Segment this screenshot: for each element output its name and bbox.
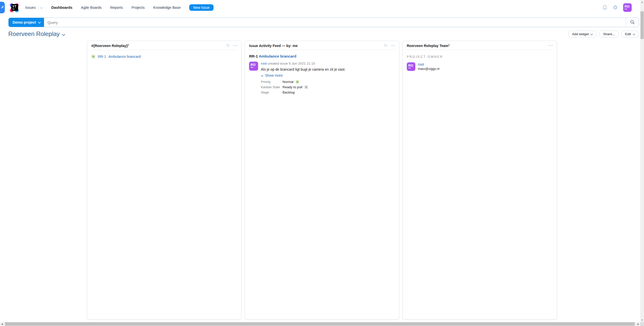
widget-counter-sup: 1 <box>448 43 450 46</box>
avatar-underscore <box>625 9 627 9</box>
scroll-right-arrow-icon[interactable]: ▶ <box>636 322 640 326</box>
share-button[interactable]: Share... <box>599 31 619 37</box>
vertical-scrollbar-thumb[interactable] <box>640 11 644 39</box>
field-row-kanban-state: Kanban State Ready to pull R <box>261 85 395 89</box>
avatar-initials: RO <box>408 64 415 67</box>
nav-item-label: Reports <box>110 6 123 10</box>
avatar-underscore <box>408 68 411 68</box>
horizontal-scrollbar-thumb[interactable] <box>5 322 635 326</box>
nav-item-reports[interactable]: Reports <box>110 6 123 10</box>
issue-list-item[interactable]: N RR-1 Ambulance brancard <box>91 54 237 59</box>
refresh-icon[interactable]: ↻ <box>384 43 388 48</box>
add-widget-label: Add widget <box>572 32 589 36</box>
new-issue-button[interactable]: New Issue <box>189 4 214 11</box>
field-value: Ready to pull <box>283 85 302 89</box>
dashboard-title[interactable]: Roerveen Roleplay <box>8 30 65 37</box>
widget-team: Roerveen Roleplay Team1 ··· PROJECT OWNE… <box>403 41 557 319</box>
scroll-down-arrow-icon[interactable]: ▼ <box>640 318 644 322</box>
field-label: Stage <box>261 91 283 94</box>
notifications-bell-icon[interactable] <box>602 5 608 11</box>
youtrack-logo[interactable]: YT <box>8 2 20 14</box>
nav-item-dashboards[interactable]: Dashboards <box>51 6 72 10</box>
chevron-down-icon <box>261 73 263 77</box>
field-row-stage: Stage Backlog <box>261 90 395 94</box>
nav-divider <box>38 6 38 10</box>
feed-issue-summary-link[interactable]: Ambulance brancard <box>259 54 296 58</box>
priority-badge: N <box>91 55 95 59</box>
user-avatar[interactable]: RO <box>623 3 632 12</box>
chevron-down-icon <box>38 20 41 24</box>
widget-header: Issue Activity Feed — by: me ↻ ··· <box>245 41 399 50</box>
widget-header-icons: ↻ ··· <box>384 43 395 48</box>
event-user-link[interactable]: root <box>261 62 267 65</box>
feed-issue-id: RR-1 <box>249 54 258 58</box>
widget-title-text: Issue Activity Feed — by: me <box>249 44 298 48</box>
top-right-icons: RO <box>602 3 632 12</box>
chevron-down-icon <box>590 32 593 36</box>
search-input[interactable] <box>44 18 626 27</box>
refresh-icon[interactable]: ↻ <box>226 43 230 48</box>
nav-item-issues[interactable]: Issues <box>25 6 43 10</box>
field-label: Kanban State <box>261 85 283 89</box>
avatar-underscore <box>251 67 253 68</box>
search-submit-button[interactable] <box>626 18 639 27</box>
widget-title-text: Roerveen Roleplay Team <box>407 44 448 48</box>
share-label: Share... <box>603 32 615 36</box>
nav-item-label: Knowledge Base <box>153 6 181 10</box>
feed-event: RO root created issue 5 Jun 2021 21:15 A… <box>249 62 395 96</box>
search-bar: Demo project <box>8 18 639 27</box>
member-info: root maxs@ziggo.nl <box>418 62 439 71</box>
vertical-scrollbar[interactable]: ▲ ▼ <box>640 0 644 322</box>
issue-summary-link[interactable]: Ambulance brancard <box>108 55 141 59</box>
member-avatar: RO <box>407 62 415 71</box>
show-more-toggle[interactable]: Show more <box>261 73 395 77</box>
issue-id-link[interactable]: RR-1 <box>98 55 106 59</box>
widget-body: PROJECT OWNER RO root maxs@ziggo.nl <box>403 50 557 75</box>
nav-item-label: Agile Boards <box>81 6 102 10</box>
top-nav-bar: YT Issues Dashboards Agile Boards Report… <box>0 0 644 15</box>
member-name-link[interactable]: root <box>418 62 424 66</box>
team-member-row: RO root maxs@ziggo.nl <box>407 62 553 71</box>
dashboard-toolbar: Add widget Share... Edit <box>568 31 639 37</box>
scroll-up-arrow-icon[interactable]: ▲ <box>640 0 644 4</box>
member-email: maxs@ziggo.nl <box>418 67 439 71</box>
event-action-text: created issue <box>268 62 288 65</box>
ellipsis-menu-icon[interactable]: ··· <box>548 43 553 48</box>
widget-title-text: #{Roerveen Roleplay} <box>91 44 128 48</box>
add-widget-button[interactable]: Add widget <box>568 31 597 37</box>
edit-label: Edit <box>625 32 631 36</box>
ellipsis-menu-icon[interactable]: ··· <box>391 44 395 48</box>
dashboard-header: Roerveen Roleplay Add widget Share... Ed… <box>0 29 644 39</box>
feed-issue-heading: RR-1 Ambulance brancard <box>249 54 395 58</box>
chevron-down-icon[interactable] <box>62 30 65 37</box>
widget-activity-feed: Issue Activity Feed — by: me ↻ ··· RR-1 … <box>245 41 399 319</box>
widget-title: #{Roerveen Roleplay}1 <box>91 43 129 48</box>
dashboard-board: #{Roerveen Roleplay}1 ↻ ··· N RR-1 Ambul… <box>0 41 644 319</box>
nav-item-label: Dashboards <box>51 6 72 10</box>
horizontal-scrollbar[interactable]: ◀ ▶ <box>0 322 640 326</box>
browser-extension-tab[interactable] <box>0 2 5 13</box>
event-timestamp: 5 Jun 2021 21:15 <box>289 62 315 65</box>
ellipsis-menu-icon[interactable]: ··· <box>233 44 238 48</box>
show-more-label: Show more <box>265 73 283 77</box>
nav-item-label: Issues <box>25 6 36 10</box>
logo-yt-box: YT <box>11 4 18 11</box>
widget-title: Roerveen Roleplay Team1 <box>407 43 450 48</box>
field-value-badge: N <box>296 80 299 84</box>
nav-item-agile-boards[interactable]: Agile Boards <box>81 6 102 10</box>
edit-button[interactable]: Edit <box>621 31 639 37</box>
nav-item-projects[interactable]: Projects <box>132 6 145 10</box>
field-label: Priority <box>261 80 283 84</box>
widget-header-icons: ··· <box>548 43 553 48</box>
avatar-initials: RO <box>251 63 258 67</box>
widget-saved-query: #{Roerveen Roleplay}1 ↻ ··· N RR-1 Ambul… <box>87 41 242 319</box>
field-row-priority: Priority Normal N <box>261 80 395 84</box>
settings-gear-icon[interactable] <box>612 5 618 11</box>
search-context-label: Demo project <box>13 20 36 24</box>
scrollbar-corner <box>640 322 644 326</box>
widget-header: Roerveen Roleplay Team1 ··· <box>403 41 557 50</box>
nav-item-knowledge-base[interactable]: Knowledge Base <box>153 6 181 10</box>
search-context-button[interactable]: Demo project <box>9 18 44 27</box>
scroll-left-arrow-icon[interactable]: ◀ <box>0 322 4 326</box>
chevron-down-icon[interactable] <box>40 6 43 10</box>
